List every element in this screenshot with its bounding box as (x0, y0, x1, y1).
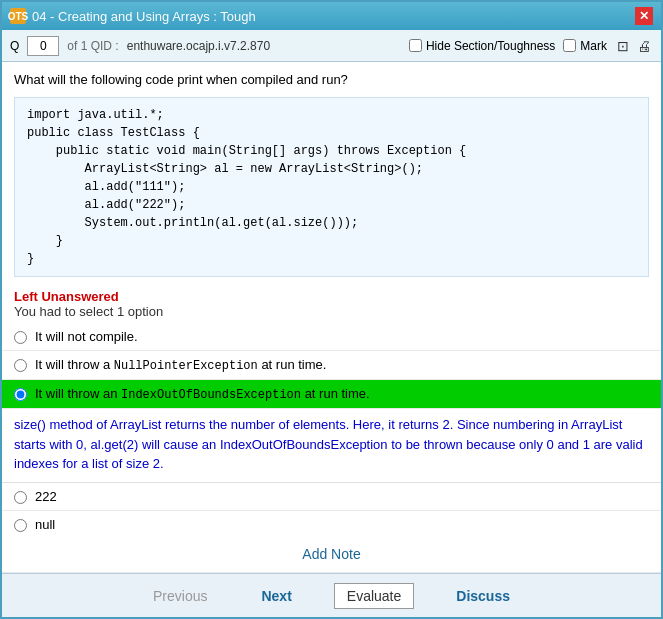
option-text-2: It will throw a NullPointerException at … (35, 357, 649, 373)
main-window: OTS 04 - Creating and Using Arrays : Tou… (0, 0, 663, 619)
explanation-text: size() method of ArrayList returns the n… (2, 409, 661, 483)
option-row-3: It will throw an IndexOutOfBoundsExcepti… (2, 380, 661, 409)
add-note-button[interactable]: Add Note (302, 546, 360, 562)
q-label: Q (10, 39, 19, 53)
option-radio-5[interactable] (14, 519, 27, 532)
hide-section-checkbox[interactable] (409, 39, 422, 52)
option-row-2: It will throw a NullPointerException at … (2, 351, 661, 380)
question-number-input[interactable] (27, 36, 59, 56)
window-title: 04 - Creating and Using Arrays : Tough (32, 9, 256, 24)
app-icon: OTS (10, 8, 26, 24)
close-button[interactable]: ✕ (635, 7, 653, 25)
mark-checkbox[interactable] (563, 39, 576, 52)
print-icon[interactable]: 🖨 (635, 38, 653, 54)
option-radio-3[interactable] (14, 388, 27, 401)
evaluate-button[interactable]: Evaluate (334, 583, 414, 609)
option-text-3: It will throw an IndexOutOfBoundsExcepti… (35, 386, 649, 402)
title-bar-controls: ✕ (635, 7, 653, 25)
select-instruction: You had to select 1 option (14, 304, 649, 319)
option-radio-4[interactable] (14, 491, 27, 504)
title-bar: OTS 04 - Creating and Using Arrays : Tou… (2, 2, 661, 30)
hide-section-checkbox-group: Hide Section/Toughness (409, 39, 555, 53)
main-scroll-area: What will the following code print when … (2, 62, 661, 573)
toolbar: Q of 1 QID : enthuware.ocajp.i.v7.2.870 … (2, 30, 661, 62)
status-section: Left Unanswered You had to select 1 opti… (2, 285, 661, 323)
option-text-4: 222 (35, 489, 649, 504)
mark-label: Mark (580, 39, 607, 53)
code-block: import java.util.*; public class TestCla… (14, 97, 649, 277)
hide-section-label: Hide Section/Toughness (426, 39, 555, 53)
option-row-1: It will not compile. (2, 323, 661, 351)
option-radio-2[interactable] (14, 359, 27, 372)
option-text-1: It will not compile. (35, 329, 649, 344)
toolbar-icons: ⊡ 🖨 (615, 38, 653, 54)
question-text: What will the following code print when … (2, 62, 661, 93)
option-row-4: 222 (2, 483, 661, 511)
discuss-button[interactable]: Discuss (444, 584, 522, 608)
qid-label: enthuware.ocajp.i.v7.2.870 (127, 39, 270, 53)
previous-button[interactable]: Previous (141, 584, 219, 608)
content-area: What will the following code print when … (2, 62, 661, 573)
of-label: of 1 QID : (67, 39, 118, 53)
footer-bar: Previous Next Evaluate Discuss (2, 573, 661, 617)
mark-checkbox-group: Mark (563, 39, 607, 53)
add-note-section: Add Note (2, 536, 661, 573)
window-restore-icon[interactable]: ⊡ (615, 38, 631, 54)
code-content: import java.util.*; public class TestCla… (27, 108, 466, 266)
option-text-5: null (35, 517, 649, 532)
title-bar-left: OTS 04 - Creating and Using Arrays : Tou… (10, 8, 256, 24)
option-radio-1[interactable] (14, 331, 27, 344)
options-section: It will not compile. It will throw a Nul… (2, 323, 661, 536)
next-button[interactable]: Next (249, 584, 303, 608)
unanswered-label: Left Unanswered (14, 289, 649, 304)
option-row-5: null (2, 511, 661, 537)
